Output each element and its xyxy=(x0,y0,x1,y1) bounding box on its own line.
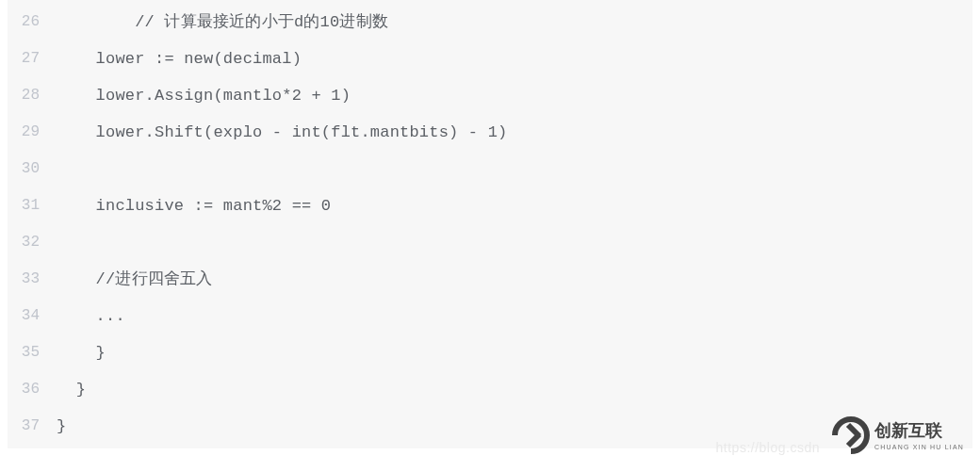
watermark-url: https://blog.csdn xyxy=(716,440,820,448)
brand-py-text: CHUANG XIN HU LIAN xyxy=(874,444,963,448)
watermark-logo: 创新互联 CHUANG XIN HU LIAN xyxy=(831,415,963,448)
code-line: 33 //进行四舍五入 xyxy=(8,261,972,298)
code-line: 28 lower.Assign(mantlo*2 + 1) xyxy=(8,77,972,114)
line-number: 37 xyxy=(8,408,57,445)
svg-line-1 xyxy=(848,434,859,446)
code-content: lower.Shift(explo - int(flt.mantbits) - … xyxy=(57,114,507,151)
code-line: 31 inclusive := mant%2 == 0 xyxy=(8,187,972,224)
code-content: //进行四舍五入 xyxy=(57,261,213,298)
code-line: 32 xyxy=(8,224,972,261)
code-content: } xyxy=(57,408,66,445)
line-number: 33 xyxy=(8,261,57,298)
code-content: inclusive := mant%2 == 0 xyxy=(57,187,331,224)
code-line: 34 ... xyxy=(8,298,972,334)
code-content: lower := new(decimal) xyxy=(57,41,302,77)
line-number: 29 xyxy=(8,114,57,151)
line-number: 32 xyxy=(8,224,57,261)
code-line: 27 lower := new(decimal) xyxy=(8,41,972,77)
code-content: } xyxy=(57,371,86,408)
line-number: 31 xyxy=(8,187,57,224)
code-line: 36 } xyxy=(8,371,972,408)
line-number: 28 xyxy=(8,77,57,114)
line-number: 36 xyxy=(8,371,57,408)
line-number: 34 xyxy=(8,298,57,334)
code-line: 35 } xyxy=(8,334,972,371)
line-number: 26 xyxy=(8,4,57,41)
code-block: 26 // 计算最接近的小于d的10进制数27 lower := new(dec… xyxy=(8,0,972,448)
line-number: 35 xyxy=(8,334,57,371)
code-content: // 计算最接近的小于d的10进制数 xyxy=(57,4,388,41)
line-number: 27 xyxy=(8,41,57,77)
code-content: } xyxy=(57,334,106,371)
code-line: 29 lower.Shift(explo - int(flt.mantbits)… xyxy=(8,114,972,151)
code-content: ... xyxy=(57,298,125,334)
brand-cn-text: 创新互联 xyxy=(874,421,943,440)
code-line: 26 // 计算最接近的小于d的10进制数 xyxy=(8,4,972,41)
code-content: lower.Assign(mantlo*2 + 1) xyxy=(57,77,351,114)
code-line: 30 xyxy=(8,151,972,187)
brand-logo-icon: 创新互联 CHUANG XIN HU LIAN xyxy=(831,415,963,448)
code-line: 37} xyxy=(8,408,972,445)
line-number: 30 xyxy=(8,151,57,187)
